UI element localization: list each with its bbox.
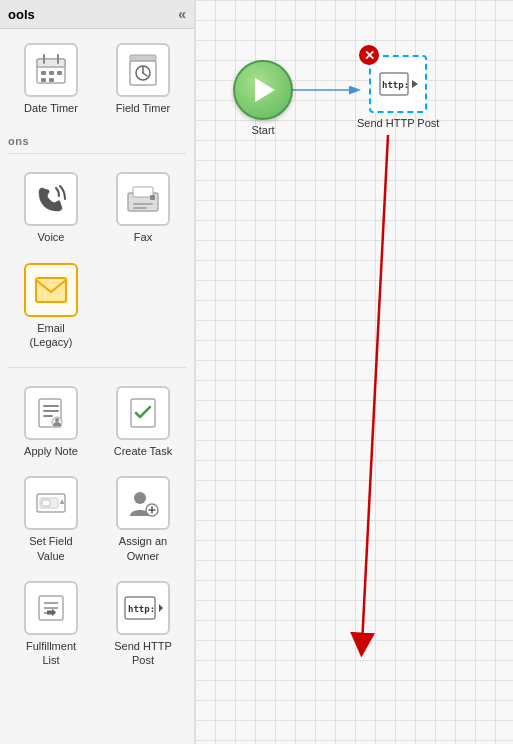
svg-rect-7 xyxy=(41,78,46,82)
svg-rect-23 xyxy=(43,415,53,417)
create-task-icon-box xyxy=(116,386,170,440)
field-timer-icon-box xyxy=(116,43,170,97)
svg-point-32 xyxy=(134,492,146,504)
apply-note-icon-box xyxy=(24,386,78,440)
apply-note-icon xyxy=(34,396,68,430)
fax-label: Fax xyxy=(134,230,152,244)
sidebar-item-set-field-value[interactable]: Set FieldValue xyxy=(8,470,94,569)
workflow-canvas: Start ✕ http: Send HTTP Post xyxy=(195,0,513,744)
email-legacy-icon-box xyxy=(24,263,78,317)
assign-owner-label: Assign anOwner xyxy=(119,534,167,563)
svg-text:http:: http: xyxy=(128,604,155,614)
svg-line-45 xyxy=(362,135,388,645)
send-http-post-icon-box: http: xyxy=(116,581,170,635)
svg-point-25 xyxy=(55,418,59,422)
svg-text:http:: http: xyxy=(382,80,409,90)
send-http-post-icon: http: xyxy=(123,593,163,623)
timer-section: Date Timer Field Timer xyxy=(0,29,194,129)
svg-rect-15 xyxy=(133,187,153,197)
sidebar-item-fulfillment-list[interactable]: FulfillmentList xyxy=(8,575,94,674)
svg-rect-9 xyxy=(130,55,156,61)
sidebar-item-fax[interactable]: Fax xyxy=(100,166,186,250)
start-node-label: Start xyxy=(251,124,274,136)
sidebar-header: ools « xyxy=(0,0,194,29)
http-node-wrapper: ✕ http: xyxy=(369,55,427,113)
calendar-icon xyxy=(34,53,68,87)
sidebar-item-date-timer[interactable]: Date Timer xyxy=(8,37,94,121)
svg-rect-1 xyxy=(37,59,65,67)
create-task-icon xyxy=(126,396,160,430)
play-icon xyxy=(255,78,275,102)
svg-rect-19 xyxy=(36,278,66,302)
svg-rect-16 xyxy=(150,195,155,200)
set-field-value-icon xyxy=(34,486,68,520)
sidebar-item-assign-owner[interactable]: Assign anOwner xyxy=(100,470,186,569)
collapse-button[interactable]: « xyxy=(178,6,186,22)
sidebar-item-field-timer[interactable]: Field Timer xyxy=(100,37,186,121)
email-legacy-label: Email(Legacy) xyxy=(30,321,73,350)
divider-2 xyxy=(8,367,186,368)
http-icon-box: http: xyxy=(369,55,427,113)
fax-icon xyxy=(125,181,161,217)
sidebar-item-create-task[interactable]: Create Task xyxy=(100,380,186,464)
svg-rect-6 xyxy=(57,71,62,75)
voice-icon-box xyxy=(24,172,78,226)
sidebar-item-send-http-post[interactable]: http: Send HTTPPost xyxy=(100,575,186,674)
set-field-value-icon-box xyxy=(24,476,78,530)
fulfillment-list-icon xyxy=(34,591,68,625)
svg-rect-5 xyxy=(49,71,54,75)
email-icon xyxy=(34,276,68,304)
sidebar: ools « Date Timer xyxy=(0,0,195,744)
section-label-ons: ons xyxy=(0,129,194,149)
apply-note-label: Apply Note xyxy=(24,444,78,458)
field-timer-icon xyxy=(126,53,160,87)
start-node-circle xyxy=(233,60,293,120)
svg-rect-31 xyxy=(42,500,50,506)
sidebar-item-apply-note[interactable]: Apply Note xyxy=(8,380,94,464)
field-timer-label: Field Timer xyxy=(116,101,170,115)
assign-owner-icon xyxy=(126,486,160,520)
start-node[interactable]: Start xyxy=(233,60,293,136)
voice-label: Voice xyxy=(38,230,65,244)
set-field-value-label: Set FieldValue xyxy=(29,534,72,563)
comms-section: Voice Fax Email(L xyxy=(0,158,194,363)
fulfillment-list-icon-box xyxy=(24,581,78,635)
date-timer-label: Date Timer xyxy=(24,101,78,115)
assign-owner-icon-box xyxy=(116,476,170,530)
http-node-icon: http: xyxy=(378,69,418,99)
create-task-label: Create Task xyxy=(114,444,173,458)
sidebar-item-voice[interactable]: Voice xyxy=(8,166,94,250)
sidebar-title: ools xyxy=(8,7,35,22)
svg-rect-17 xyxy=(133,203,153,205)
svg-rect-4 xyxy=(41,71,46,75)
http-post-node-label: Send HTTP Post xyxy=(357,117,439,129)
date-timer-icon-box xyxy=(24,43,78,97)
svg-rect-21 xyxy=(43,405,59,407)
voice-icon xyxy=(34,182,68,216)
svg-rect-8 xyxy=(49,78,54,82)
sidebar-item-email-legacy[interactable]: Email(Legacy) xyxy=(8,257,94,356)
actions-section: Apply Note Create Task xyxy=(0,372,194,681)
fax-icon-box xyxy=(116,172,170,226)
http-post-node[interactable]: ✕ http: Send HTTP Post xyxy=(357,55,439,129)
fulfillment-list-label: FulfillmentList xyxy=(26,639,76,668)
svg-rect-22 xyxy=(43,410,59,412)
send-http-post-label: Send HTTPPost xyxy=(114,639,171,668)
divider-1 xyxy=(8,153,186,154)
svg-rect-18 xyxy=(133,207,147,209)
